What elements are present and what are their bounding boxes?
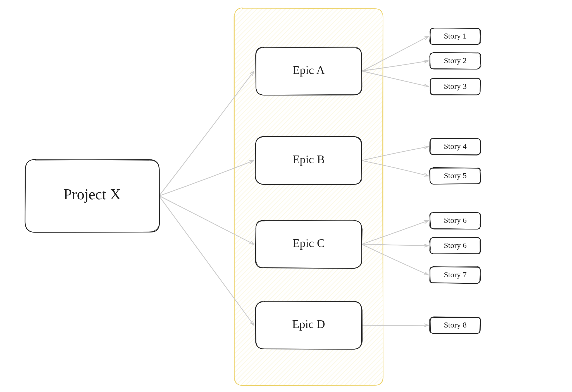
story-label: Story 7 bbox=[444, 270, 467, 279]
epic-b-label: Epic B bbox=[292, 153, 325, 166]
story-label: Story 3 bbox=[444, 82, 467, 90]
story-label: Story 1 bbox=[444, 32, 467, 40]
project-label: Project X bbox=[63, 186, 121, 203]
epic-c-label: Epic C bbox=[292, 237, 325, 250]
diagram-canvas: Project XEpic AEpic BEpic CEpic DStory 1… bbox=[0, 0, 572, 392]
story-label: Story 5 bbox=[444, 171, 467, 180]
epic-a-label: Epic A bbox=[292, 64, 325, 77]
story-label: Story 8 bbox=[444, 321, 467, 329]
epic-d-label: Epic D bbox=[292, 318, 325, 331]
story-label: Story 4 bbox=[444, 142, 467, 150]
story-label: Story 6 bbox=[444, 216, 467, 224]
story-label: Story 6 bbox=[444, 241, 467, 250]
story-label: Story 2 bbox=[444, 56, 467, 65]
